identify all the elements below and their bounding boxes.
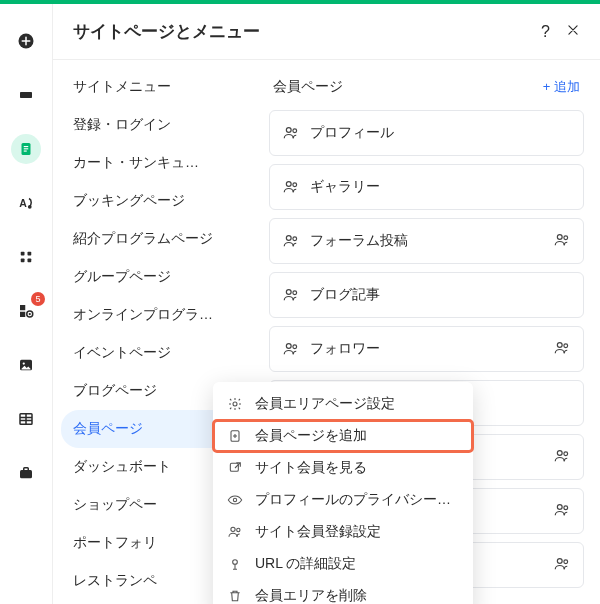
sidebar-item-booking[interactable]: ブッキングページ [53,182,253,220]
rail-card-button[interactable] [11,80,41,110]
svg-text:A: A [19,197,27,209]
sidebar-item-label: イベントページ [73,344,171,362]
panel-title: サイトページとメニュー [73,20,260,43]
pages-panel: サイトページとメニュー ? サイトメニュー 登録・ログイン カート・サンキュ… … [52,4,600,604]
svg-rect-9 [28,252,32,256]
ctx-item-eye[interactable]: プロフィールのプライバシー… [213,484,473,516]
close-icon [566,23,580,37]
ctx-item-label: 会員エリアを削除 [255,587,367,604]
left-rail: A 5 [0,4,52,604]
context-menu: 会員エリアページ設定会員ページを追加サイト会員を見るプロフィールのプライバシー…… [213,382,473,604]
sidebar-item-event[interactable]: イベントページ [53,334,253,372]
sidebar-item-site-menu[interactable]: サイトメニュー [53,68,253,106]
ctx-item-users[interactable]: サイト会員登録設定 [213,516,473,548]
panel-header-actions: ? [541,23,580,41]
sidebar-item-label: ブログページ [73,382,157,400]
users-icon [282,124,300,142]
ctx-item-label: 会員エリアページ設定 [255,395,395,413]
ctx-item-trash[interactable]: 会員エリアを削除 [213,580,473,604]
more-icon[interactable] [553,501,571,519]
add-page-link[interactable]: + 追加 [543,78,580,96]
sidebar-item-referral[interactable]: 紹介プログラムページ [53,220,253,258]
svg-rect-11 [28,259,32,263]
sidebar-item-group[interactable]: グループページ [53,258,253,296]
sidebar-item-online-program[interactable]: オンラインプログラ… [53,296,253,334]
rail-table-button[interactable] [11,404,41,434]
rail-settings-button[interactable]: 5 [11,296,41,326]
close-button[interactable] [566,23,580,41]
ctx-item-gear[interactable]: 会員エリアページ設定 [213,388,473,420]
svg-point-17 [23,362,25,364]
users-icon [227,524,243,540]
external-icon [227,460,243,476]
svg-rect-12 [20,305,25,310]
rail-apps-button[interactable] [11,242,41,272]
svg-point-7 [28,205,32,209]
svg-rect-10 [21,259,25,263]
eye-icon [227,492,243,508]
content-header: 会員ページ + 追加 [269,74,584,110]
users-icon [282,178,300,196]
ctx-item-link[interactable]: URL の詳細設定 [213,548,473,580]
svg-rect-13 [20,312,25,317]
more-icon[interactable] [553,231,571,249]
content-title: 会員ページ [273,78,343,96]
page-card-label: プロフィール [310,124,394,142]
trash-icon [227,588,243,604]
rail-pages-button[interactable] [11,134,41,164]
sidebar-item-label: ブッキングページ [73,192,185,210]
sidebar-item-label: サイトメニュー [73,78,171,96]
table-icon [17,410,35,428]
page-card-label: フォーラム投稿 [310,232,408,250]
more-icon[interactable] [553,555,571,573]
puzzle-gear-icon [17,302,35,320]
rail-design-button[interactable]: A [11,188,41,218]
sidebar-item-label: 登録・ログイン [73,116,171,134]
sidebar-item-label: ポートフォリ [73,534,157,552]
grid-icon [17,248,35,266]
help-button[interactable]: ? [541,23,550,41]
page-card[interactable]: プロフィール [269,110,584,156]
page-card-label: ギャラリー [310,178,380,196]
page-card[interactable]: フォーラム投稿 [269,218,584,264]
page-card[interactable]: フォロワー [269,326,584,372]
ctx-item-label: 会員ページを追加 [255,427,367,445]
briefcase-icon [17,464,35,482]
gear-icon [227,396,243,412]
sidebar-item-label: 紹介プログラムページ [73,230,213,248]
more-icon[interactable] [553,447,571,465]
page-card-label: フォロワー [310,340,380,358]
rail-add-button[interactable] [11,26,41,56]
sidebar-item-label: 会員ページ [73,420,143,438]
ctx-item-label: サイト会員を見る [255,459,367,477]
rail-media-button[interactable] [11,350,41,380]
page-card-label: ブログ記事 [310,286,380,304]
plus-circle-icon [17,32,35,50]
users-icon [282,232,300,250]
ctx-item-page-add[interactable]: 会員ページを追加 [213,420,473,452]
design-icon: A [17,194,35,212]
ctx-item-label: サイト会員登録設定 [255,523,381,541]
page-card[interactable]: ブログ記事 [269,272,584,318]
sidebar-item-label: レストランペ [73,572,157,590]
sidebar-item-label: ダッシュボート [73,458,171,476]
svg-rect-3 [24,146,29,147]
svg-rect-5 [24,151,27,152]
ctx-item-external[interactable]: サイト会員を見る [213,452,473,484]
sidebar-item-signup-login[interactable]: 登録・ログイン [53,106,253,144]
sidebar-item-label: ショップペー [73,496,157,514]
sidebar-item-label: グループページ [73,268,171,286]
users-icon [282,286,300,304]
panel-header: サイトページとメニュー ? [53,4,600,60]
page-card[interactable]: ギャラリー [269,164,584,210]
sidebar-item-cart-thankyou[interactable]: カート・サンキュ… [53,144,253,182]
ctx-item-label: URL の詳細設定 [255,555,356,573]
link-icon [227,556,243,572]
svg-point-15 [29,313,31,315]
ctx-item-label: プロフィールのプライバシー… [255,491,451,509]
rail-business-button[interactable] [11,458,41,488]
image-icon [17,356,35,374]
svg-rect-20 [24,468,29,471]
more-icon[interactable] [553,339,571,357]
users-icon [282,340,300,358]
